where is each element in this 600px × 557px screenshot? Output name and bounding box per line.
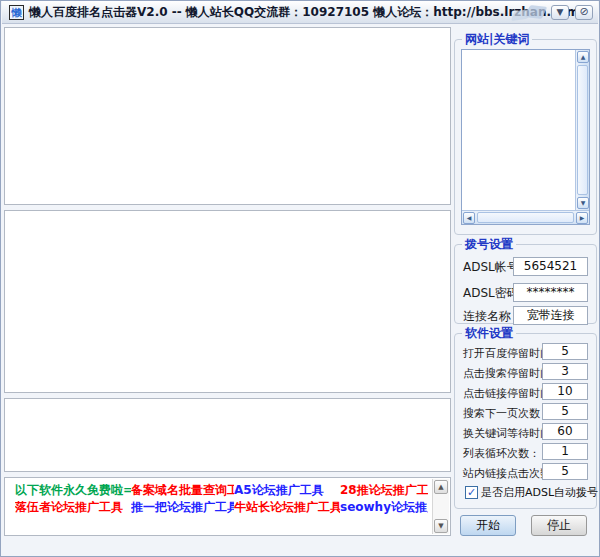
close-button[interactable]: ⊘ (575, 5, 593, 20)
connection-name-row: 连接名称： 宽带连接 (463, 306, 588, 325)
dial-settings-title: 拨号设置 (462, 236, 516, 253)
keyword-wait-time-field[interactable]: 60 (542, 423, 588, 440)
list-loop-count-field[interactable]: 1 (542, 443, 588, 460)
promo-links-panel: 以下软件永久免费啦==>> 备案域名批量查询工具 A5论坛推广工具 28推论坛推… (4, 477, 451, 536)
next-page-count-label: 搜索下一页次数： (463, 406, 551, 421)
keyword-wait-time-row: 换关键词等待时间： 60 (463, 423, 588, 442)
title-bar[interactable]: 懒 懒人百度排名点击器V2.0 -- 懒人站长QQ交流群：10927105 懒人… (2, 1, 598, 24)
search-stay-time-field[interactable]: 3 (542, 363, 588, 380)
keywords-textarea[interactable]: ▲ ▼ ◀ ▶ (461, 49, 590, 225)
dial-settings-group: 拨号设置 ADSL帐号： 5654521 ADSL密码： ******** 连接… (454, 244, 597, 324)
adsl-auto-dial-label: 是否启用ADSL自动拨号 (481, 485, 598, 500)
vertical-scroll-thumb[interactable] (577, 65, 588, 195)
adsl-account-field[interactable]: 5654521 (513, 257, 588, 276)
arrow-right-icon: ▶ (580, 214, 585, 221)
minimize-button[interactable]: ▼ (551, 5, 569, 20)
titlebar-decoration (513, 6, 549, 22)
site-link-click-count-field[interactable]: 5 (542, 463, 588, 480)
keywords-vertical-scrollbar[interactable]: ▲ ▼ (575, 50, 589, 210)
minimize-icon: ▼ (557, 7, 564, 17)
promo-links-row: 以下软件永久免费啦==>> 备案域名批量查询工具 A5论坛推广工具 28推论坛推… (15, 483, 428, 497)
result-panel-bottom (4, 398, 451, 472)
scroll-left-button[interactable]: ◀ (463, 212, 475, 224)
app-window: 懒 懒人百度排名点击器V2.0 -- 懒人站长QQ交流群：10927105 懒人… (0, 0, 600, 557)
link-tuiyiba-forum-tool[interactable]: 推一把论坛推广工具 (131, 499, 234, 516)
scroll-down-button[interactable]: ▼ (434, 519, 448, 533)
free-tools-label: 以下软件永久免费啦==>> (15, 482, 131, 499)
adsl-password-field[interactable]: ******** (513, 283, 588, 302)
arrow-down-icon: ▼ (581, 199, 586, 206)
list-loop-count-label: 列表循环次数： (463, 446, 540, 461)
connection-name-field[interactable]: 宽带连接 (513, 306, 588, 325)
keywords-group: 网站|关键词 ▲ ▼ ◀ ▶ (454, 39, 597, 235)
keywords-textarea-content (464, 52, 573, 208)
link-luowuzhe-forum-tool[interactable]: 落伍者论坛推广工具 (15, 499, 131, 516)
start-button[interactable]: 开始 (460, 515, 516, 536)
baidu-stay-time-row: 打开百度停留时间： 5 (463, 343, 588, 362)
link-beian-domain-tool[interactable]: 备案域名批量查询工具 (131, 482, 234, 499)
check-icon: ✓ (467, 486, 476, 499)
adsl-account-row: ADSL帐号： 5654521 (463, 257, 588, 276)
link-seowhy-forum-tool[interactable]: seowhy论坛推广工具 (340, 499, 428, 516)
result-panel-top (4, 27, 451, 205)
app-icon: 懒 (9, 5, 24, 20)
next-page-count-row: 搜索下一页次数： 5 (463, 403, 588, 422)
scroll-up-button[interactable]: ▲ (434, 480, 448, 494)
list-loop-count-row: 列表循环次数： 1 (463, 443, 588, 462)
scroll-right-button[interactable]: ▶ (576, 212, 588, 224)
link-niuzhanzhang-forum-tool[interactable]: 牛站长论坛推广工具 (234, 499, 340, 516)
links-scrollbar[interactable]: ▲ ▼ (432, 479, 449, 534)
link-stay-time-field[interactable]: 10 (542, 383, 588, 400)
promo-links-row: 落伍者论坛推广工具 推一把论坛推广工具 牛站长论坛推广工具 seowhy论坛推广… (15, 500, 428, 514)
stop-button[interactable]: 停止 (531, 515, 587, 536)
search-stay-time-row: 点击搜索停留时间： 3 (463, 363, 588, 382)
adsl-password-row: ADSL密码： ******** (463, 283, 588, 302)
result-panel-middle (4, 210, 451, 393)
link-a5-forum-tool[interactable]: A5论坛推广工具 (234, 482, 340, 499)
software-settings-title: 软件设置 (462, 325, 516, 342)
arrow-up-icon: ▲ (581, 53, 586, 60)
keywords-group-title: 网站|关键词 (462, 31, 532, 48)
window-title: 懒人百度排名点击器V2.0 -- 懒人站长QQ交流群：10927105 懒人论坛… (29, 4, 579, 21)
scroll-down-button[interactable]: ▼ (577, 197, 589, 209)
arrow-down-icon: ▼ (438, 522, 443, 530)
software-settings-group: 软件设置 打开百度停留时间： 5 点击搜索停留时间： 3 点击链接停留时间： 1… (454, 333, 597, 509)
adsl-auto-dial-checkbox[interactable]: ✓ (465, 486, 478, 499)
close-icon: ⊘ (579, 5, 588, 18)
keywords-horizontal-scrollbar[interactable]: ◀ ▶ (462, 210, 589, 224)
arrow-left-icon: ◀ (467, 214, 472, 221)
baidu-stay-time-field[interactable]: 5 (542, 343, 588, 360)
link-stay-time-row: 点击链接停留时间： 10 (463, 383, 588, 402)
scroll-up-button[interactable]: ▲ (577, 51, 589, 63)
horizontal-scroll-thumb[interactable] (477, 212, 574, 223)
site-link-click-count-row: 站内链接点击次数： 5 (463, 463, 588, 482)
adsl-auto-dial-row: ✓ 是否启用ADSL自动拨号 (465, 485, 598, 500)
link-28tui-forum-tool[interactable]: 28推论坛推广工具 (340, 482, 428, 499)
arrow-up-icon: ▲ (438, 483, 443, 491)
next-page-count-field[interactable]: 5 (542, 403, 588, 420)
promo-links-body: 以下软件永久免费啦==>> 备案域名批量查询工具 A5论坛推广工具 28推论坛推… (15, 483, 428, 517)
